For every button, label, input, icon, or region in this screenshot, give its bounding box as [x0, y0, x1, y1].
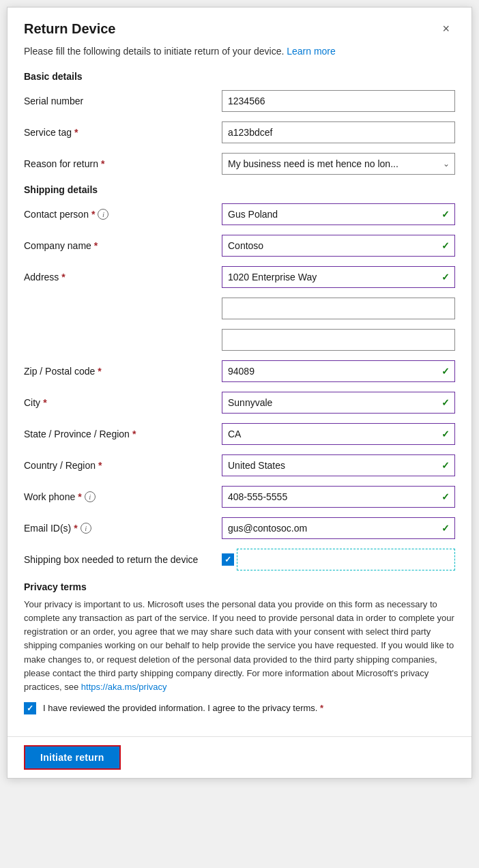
return-device-dialog: Return Device × Please fill the followin… [7, 7, 472, 779]
scrollable-content: Please fill the following details to ini… [8, 44, 471, 736]
dialog-footer: Initiate return [8, 736, 471, 778]
company-name-field: ✓ [222, 235, 455, 257]
basic-details-title: Basic details [24, 71, 455, 82]
work-phone-required: * [78, 491, 81, 502]
city-check-icon: ✓ [441, 397, 450, 408]
dialog-title: Return Device [24, 21, 116, 37]
email-label: Email ID(s) * i [24, 523, 222, 534]
learn-more-link[interactable]: Learn more [287, 46, 336, 57]
city-input[interactable] [222, 392, 455, 414]
zip-input[interactable] [222, 360, 455, 382]
work-phone-check-icon: ✓ [441, 491, 450, 502]
state-row: State / Province / Region * ✓ [24, 423, 455, 445]
intro-text: Please fill the following details to ini… [24, 44, 455, 59]
shipping-details-title: Shipping details [24, 184, 455, 195]
work-phone-field: ✓ [222, 486, 455, 508]
close-button[interactable]: × [437, 20, 455, 38]
city-row: City * ✓ [24, 392, 455, 414]
privacy-link[interactable]: https://aka.ms/privacy [81, 682, 167, 692]
address-required: * [61, 272, 65, 283]
privacy-agree-checkbox[interactable] [24, 702, 36, 714]
shipping-box-dashed-area [237, 549, 455, 570]
privacy-text: Your privacy is important to us. Microso… [24, 598, 455, 694]
company-name-row: Company name * ✓ [24, 235, 455, 257]
service-tag-input[interactable] [222, 121, 455, 143]
serial-number-input[interactable] [222, 90, 455, 112]
reason-label: Reason for return * [24, 158, 222, 169]
email-info-icon[interactable]: i [81, 523, 91, 534]
contact-person-row: Contact person * i ✓ [24, 203, 455, 225]
address-row: Address * ✓ [24, 266, 455, 288]
serial-number-row: Serial number [24, 90, 455, 112]
dialog-header: Return Device × [8, 8, 471, 44]
work-phone-info-icon[interactable]: i [85, 491, 96, 502]
zip-label: Zip / Postal code * [24, 366, 222, 377]
country-row: Country / Region * ✓ [24, 454, 455, 476]
email-row: Email ID(s) * i ✓ [24, 517, 455, 539]
state-input[interactable] [222, 423, 455, 445]
zip-check-icon: ✓ [441, 366, 450, 377]
contact-check-icon: ✓ [441, 209, 450, 220]
state-field: ✓ [222, 423, 455, 445]
address-line2-input[interactable] [222, 298, 455, 319]
privacy-agree-required: * [320, 703, 323, 713]
contact-info-icon[interactable]: i [98, 209, 108, 220]
company-name-input[interactable] [222, 235, 455, 257]
country-label: Country / Region * [24, 460, 222, 471]
country-check-icon: ✓ [441, 460, 450, 471]
service-tag-label: Service tag * [24, 127, 222, 138]
shipping-box-label: Shipping box needed to return the device [24, 554, 222, 565]
address-label: Address * [24, 272, 222, 283]
address-line3-row [24, 329, 455, 351]
zip-field: ✓ [222, 360, 455, 382]
country-input[interactable] [222, 454, 455, 476]
serial-number-label: Serial number [24, 96, 222, 106]
address-check-icon: ✓ [441, 272, 450, 283]
reason-row: Reason for return * My business need is … [24, 153, 455, 175]
shipping-box-checkbox[interactable] [222, 553, 234, 566]
email-required: * [74, 523, 77, 534]
work-phone-label: Work phone * i [24, 491, 222, 502]
privacy-agree-row: I have reviewed the provided information… [24, 702, 455, 714]
initiate-return-button[interactable]: Initiate return [24, 745, 121, 770]
address-line1-input[interactable] [222, 266, 455, 288]
service-tag-row: Service tag * [24, 121, 455, 143]
shipping-box-row: Shipping box needed to return the device [24, 549, 455, 570]
city-required: * [43, 397, 46, 408]
privacy-title: Privacy terms [24, 581, 455, 592]
reason-dropdown-container: My business need is met hence no lon... … [222, 153, 455, 175]
state-required: * [132, 429, 136, 439]
reason-select[interactable]: My business need is met hence no lon... … [222, 153, 455, 175]
zip-required: * [98, 366, 101, 377]
contact-required: * [91, 209, 95, 220]
city-field: ✓ [222, 392, 455, 414]
state-label: State / Province / Region * [24, 429, 222, 439]
company-check-icon: ✓ [441, 240, 450, 251]
work-phone-input[interactable] [222, 486, 455, 508]
contact-person-label: Contact person * i [24, 209, 222, 220]
privacy-agree-label: I have reviewed the provided information… [43, 703, 323, 713]
privacy-section: Privacy terms Your privacy is important … [24, 581, 455, 714]
address-line3-input[interactable] [222, 329, 455, 351]
company-name-label: Company name * [24, 240, 222, 251]
shipping-box-area [222, 549, 455, 570]
city-label: City * [24, 397, 222, 408]
email-check-icon: ✓ [441, 523, 450, 534]
zip-row: Zip / Postal code * ✓ [24, 360, 455, 382]
address-line2-row [24, 298, 455, 319]
country-field: ✓ [222, 454, 455, 476]
email-input[interactable] [222, 517, 455, 539]
address-line1-field: ✓ [222, 266, 455, 288]
service-tag-required: * [74, 127, 78, 138]
email-field: ✓ [222, 517, 455, 539]
work-phone-row: Work phone * i ✓ [24, 486, 455, 508]
state-check-icon: ✓ [441, 429, 450, 439]
company-required: * [94, 240, 98, 251]
country-required: * [98, 460, 102, 471]
reason-required: * [101, 158, 104, 169]
contact-person-field: ✓ [222, 203, 455, 225]
contact-person-input[interactable] [222, 203, 455, 225]
